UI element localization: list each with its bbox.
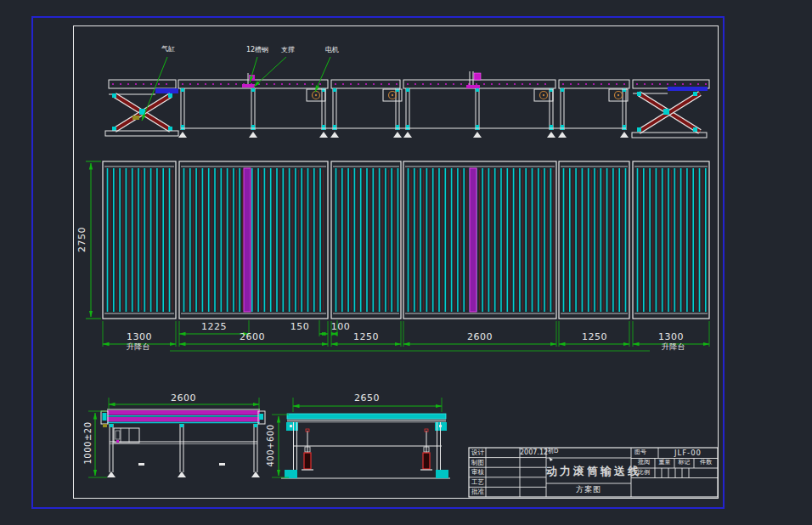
dim-lift-width: 2650 [341, 393, 392, 404]
tb-drawing-title: 动力滚筒输送线 [546, 466, 631, 477]
dim-end-width: 2600 [158, 393, 209, 404]
dim-section-5: 1250 [569, 332, 620, 342]
dim-section-1: 1300 [114, 332, 165, 342]
tb-role-check: 审核 [471, 469, 487, 476]
label-lift-left: 升降台 [113, 343, 164, 352]
callout-air-cylinder: 气缸 [157, 46, 179, 54]
tb-drawing-no: JLF-00 [658, 449, 718, 457]
tb-role-design: 设计 [471, 449, 487, 456]
tb-weight-label: 重量 [655, 460, 674, 466]
tb-mark-label: 标记 [674, 460, 694, 466]
dim-section-3: 1250 [341, 332, 392, 342]
dim-section-4: 2600 [454, 332, 505, 342]
tb-date: 2007.12 [520, 449, 546, 457]
dim-1225: 1225 [189, 322, 240, 332]
tb-revision-note: 初D [548, 449, 561, 455]
tb-drawing-subtitle: 方案图 [546, 486, 631, 494]
tb-role-approve: 批准 [471, 488, 487, 495]
tb-drawing-no-label: 图号 [634, 449, 657, 456]
label-lift-right: 升降台 [648, 343, 699, 352]
tb-role-draft: 制图 [471, 460, 487, 466]
tb-qty-label: 件数 [694, 460, 718, 466]
cad-viewport: 气缸 12槽钢 支撑 电机 2750 1225 150 100 1300 260… [0, 0, 812, 525]
callout-support: 支撑 [277, 47, 299, 54]
callout-motor: 电机 [321, 47, 343, 54]
dim-section-2: 2600 [227, 332, 278, 342]
dim-lift-height: 400+600 [266, 412, 275, 480]
dim-end-height: 1000±20 [83, 409, 93, 477]
dim-section-6: 1300 [646, 332, 696, 342]
dim-150: 150 [283, 322, 317, 332]
tb-scale-label: 比例 [633, 470, 655, 477]
dim-100: 100 [324, 322, 358, 332]
cad-geometry [0, 0, 812, 525]
tb-role-process: 工艺 [471, 479, 487, 486]
callout-channel-steel: 12槽钢 [241, 47, 273, 54]
dim-plan-depth: 2750 [77, 206, 87, 274]
tb-review-label: 批阅 [633, 460, 655, 466]
